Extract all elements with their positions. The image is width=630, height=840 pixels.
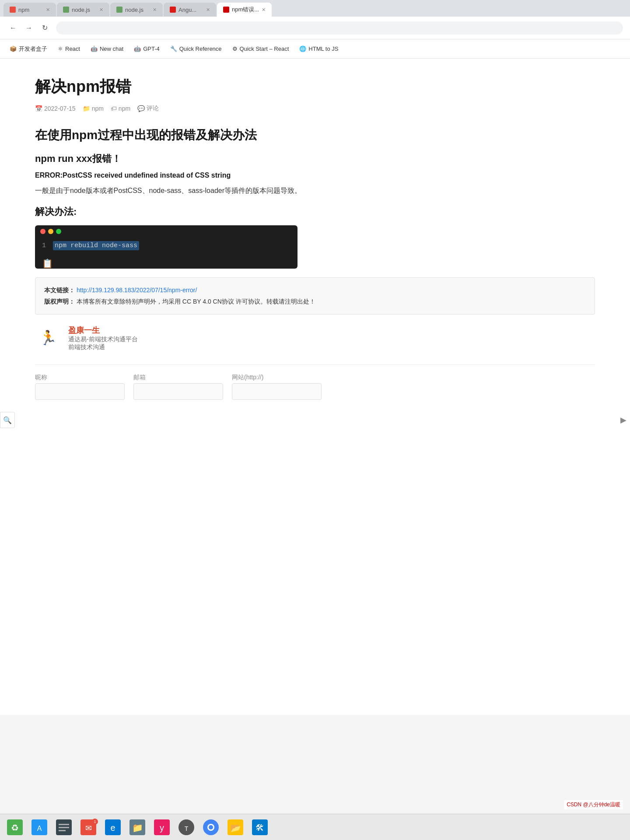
react-icon: ⚛ (58, 46, 63, 52)
svg-rect-8 (59, 827, 69, 828)
bookmark-htmltojs[interactable]: 🌐 HTML to JS (295, 44, 343, 54)
tag-icon: 🏷 (111, 105, 117, 112)
copy-icon-wrapper[interactable]: 📋 (35, 258, 298, 269)
meta-date-text: 2022-07-15 (44, 105, 76, 112)
description-text: 一般是由于node版本或者PostCSS、node-sass、sass-load… (35, 185, 595, 196)
dot-green (56, 229, 61, 234)
taskbar-app4[interactable]: 📁 (126, 817, 149, 838)
tab-favicon-npm (10, 7, 16, 13)
bookmark-devbox[interactable]: 📦 开发者盒子 (5, 43, 52, 55)
main-content: 解决npm报错 📅 2022-07-15 📁 npm 🏷 npm 💬 评论 在使… (0, 59, 630, 715)
tab-favicon-angular (170, 7, 176, 13)
taskbar-recycle[interactable]: ♻ (4, 817, 26, 838)
article-title: 解决npm报错 (35, 76, 595, 98)
tab-label-current: npm错误... (232, 6, 259, 14)
dot-yellow (48, 229, 53, 234)
bookmark-react[interactable]: ⚛ React (53, 44, 84, 54)
tab-npm[interactable]: npm ✕ (4, 3, 56, 17)
back-button[interactable]: ← (7, 22, 19, 34)
tab-favicon-nodejs2 (116, 7, 122, 13)
htmltojs-icon: 🌐 (299, 46, 306, 52)
app8-icon: 📂 (228, 819, 243, 835)
bookmark-gpt4[interactable]: 🤖 GPT-4 (130, 44, 164, 54)
link-label: 本文链接： (44, 287, 75, 294)
copyright-box: 本文链接： http://139.129.98.183/2022/07/15/n… (35, 277, 595, 314)
nickname-field-group: 昵称 (35, 374, 125, 400)
nickname-input[interactable] (35, 383, 125, 400)
tab-close-nodejs2[interactable]: ✕ (153, 7, 157, 13)
svg-text:A: A (37, 825, 42, 832)
copyright-link[interactable]: http://139.129.98.183/2022/07/15/npm-err… (77, 287, 197, 294)
meta-tag: 🏷 npm (111, 105, 130, 112)
search-sidebar[interactable]: 🔍 (0, 412, 15, 428)
bookmark-quickstart[interactable]: ⚙ Quick Start – React (228, 44, 294, 54)
tab-nodejs1[interactable]: node.js ✕ (57, 3, 109, 17)
author-sub: 前端技术沟通 (68, 343, 138, 351)
code-block-header (35, 225, 298, 238)
bookmark-label-htmltojs: HTML to JS (308, 46, 338, 52)
taskbar-app5[interactable]: y (150, 817, 173, 838)
meta-comments[interactable]: 💬 评论 (137, 105, 159, 112)
refresh-button[interactable]: ↻ (38, 22, 51, 34)
tab-close-current[interactable]: ✕ (262, 7, 266, 13)
email-label: 邮箱 (133, 374, 223, 382)
tab-angular[interactable]: Angu... ✕ (164, 3, 216, 17)
edge-icon: e (105, 819, 121, 835)
tab-label-nodejs2: node.js (125, 7, 144, 13)
comment-icon: 💬 (137, 105, 145, 112)
meta-comments-text: 评论 (147, 105, 159, 112)
quickref-icon: 🔧 (170, 46, 177, 52)
taskbar-vscode[interactable]: 🛠 (248, 817, 271, 838)
comment-form-row: 昵称 邮箱 网站(http://) (35, 374, 595, 400)
app3-badge: 1 (92, 819, 98, 825)
folder-icon: 📁 (83, 105, 90, 112)
meta-category-text: npm (92, 105, 104, 112)
tab-close-angular[interactable]: ✕ (206, 7, 210, 13)
bookmark-newchat[interactable]: 🤖 New chat (86, 44, 128, 54)
comment-section: 昵称 邮箱 网站(http://) (35, 364, 595, 400)
taskbar: ♻ A ✉ 1 e 📁 (0, 814, 630, 840)
sub-heading: npm run xxx报错！ (35, 152, 595, 165)
taskbar-app3[interactable]: ✉ 1 (77, 817, 100, 838)
taskbar-app1[interactable]: A (28, 817, 51, 838)
website-input[interactable] (232, 383, 322, 400)
csdn-watermark: CSDN @八分钟de温暖 (564, 800, 623, 809)
tab-label-nodejs1: node.js (72, 7, 90, 13)
nickname-label: 昵称 (35, 374, 125, 382)
tab-favicon-current (223, 7, 229, 13)
meta-date: 📅 2022-07-15 (35, 105, 76, 112)
line-number: 1 (42, 242, 46, 249)
tab-nodejs2[interactable]: node.js ✕ (110, 3, 163, 17)
bookmark-label-quickref: Quick Reference (179, 46, 222, 52)
taskbar-app6[interactable]: T (175, 817, 198, 838)
url-input[interactable]: houjianghu.com/2022/07/15/npm-error/ (56, 21, 623, 35)
svg-text:y: y (160, 823, 164, 833)
solution-heading: 解决办法: (35, 205, 595, 218)
copyright-link-row: 本文链接： http://139.129.98.183/2022/07/15/n… (44, 285, 586, 296)
tab-label-npm: npm (18, 7, 29, 13)
bookmark-label-gpt4: GPT-4 (143, 46, 160, 52)
forward-button[interactable]: → (23, 22, 35, 34)
svg-text:🛠: 🛠 (256, 823, 264, 833)
vscode-icon: 🛠 (252, 819, 268, 835)
app5-icon: y (154, 819, 170, 835)
svg-text:📂: 📂 (230, 822, 241, 833)
copy-icon[interactable]: 📋 (42, 259, 53, 268)
code-selected-text[interactable]: npm rebuild node-sass (53, 241, 139, 250)
code-line[interactable]: 1 npm rebuild node-sass (35, 238, 298, 256)
author-platform: 通达易-前端技术沟通平台 (68, 336, 138, 343)
taskbar-chrome[interactable] (200, 817, 222, 838)
bookmark-quickref[interactable]: 🔧 Quick Reference (166, 44, 226, 54)
taskbar-edge[interactable]: e (102, 817, 124, 838)
tab-close-npm[interactable]: ✕ (46, 7, 50, 13)
email-input[interactable] (133, 383, 223, 400)
svg-rect-7 (59, 824, 69, 825)
taskbar-app8[interactable]: 📂 (224, 817, 247, 838)
taskbar-app2[interactable] (52, 817, 75, 838)
scroll-indicator[interactable]: ▶ (617, 412, 630, 428)
bookmark-label-devbox: 开发者盒子 (19, 45, 47, 53)
author-logo: 🏃 (35, 325, 61, 351)
tab-current[interactable]: npm错误... ✕ (217, 3, 272, 17)
tab-close-nodejs1[interactable]: ✕ (99, 7, 103, 13)
app1-icon: A (32, 819, 47, 835)
